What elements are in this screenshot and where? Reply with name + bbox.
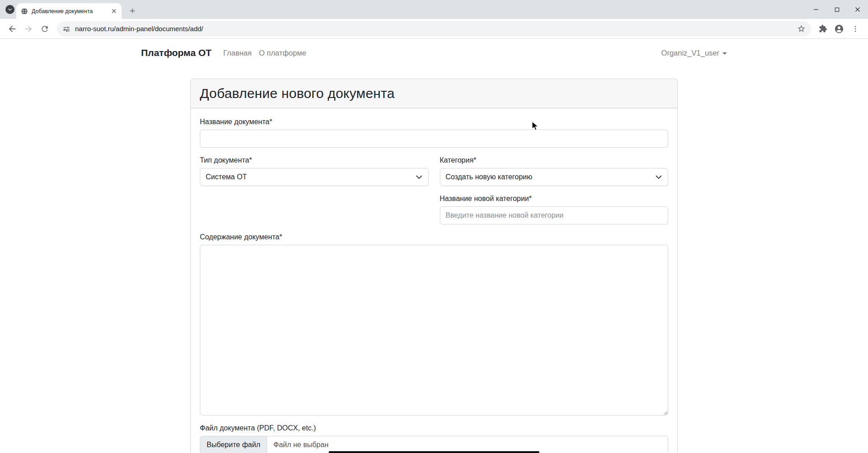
user-menu-dropdown[interactable]: Organiz_V1_user bbox=[661, 49, 727, 57]
browser-toolbar: narro-suot.ru/admin-panel/documents/add/ bbox=[0, 19, 868, 39]
file-status-text: Файл не выбран bbox=[267, 441, 329, 449]
tab-close-icon[interactable]: ✕ bbox=[110, 7, 118, 15]
brand-link[interactable]: Платформа ОТ bbox=[141, 47, 212, 58]
forward-button[interactable] bbox=[21, 21, 36, 37]
file-label: Файл документа (PDF, DOCX, etc.) bbox=[200, 424, 668, 432]
user-menu-label: Organiz_V1_user bbox=[661, 49, 719, 57]
web-page: Платформа ОТ Главная О платформе Organiz… bbox=[0, 39, 868, 453]
window-controls bbox=[806, 0, 868, 19]
back-button[interactable] bbox=[5, 21, 20, 37]
site-info-icon[interactable] bbox=[62, 25, 71, 33]
content-group: Содержание документа* bbox=[200, 233, 668, 416]
puzzle-icon bbox=[819, 24, 827, 33]
new-category-group: Название новой категории* bbox=[440, 194, 669, 224]
plus-icon bbox=[129, 7, 136, 14]
document-name-label: Название документа* bbox=[200, 117, 668, 126]
nav-link-home[interactable]: Главная bbox=[220, 49, 255, 57]
chevron-down-icon bbox=[415, 173, 423, 181]
main-container: Добавление нового документа Название док… bbox=[190, 79, 678, 453]
profile-button[interactable] bbox=[831, 21, 847, 37]
back-arrow-icon bbox=[7, 24, 17, 34]
avatar-icon bbox=[834, 24, 844, 34]
chevron-down-icon bbox=[8, 7, 12, 12]
category-column: Категория* Создать новую категорию Назва… bbox=[440, 156, 669, 224]
category-select[interactable]: Создать новую категорию bbox=[440, 168, 669, 186]
file-group: Файл документа (PDF, DOCX, etc.) Выберит… bbox=[200, 424, 668, 453]
url-text: narro-suot.ru/admin-panel/documents/add/ bbox=[75, 25, 797, 33]
forward-arrow-icon bbox=[24, 24, 33, 34]
page-title: Добавление нового документа bbox=[200, 86, 668, 101]
form-card: Добавление нового документа Название док… bbox=[190, 79, 678, 453]
header-nav: Главная О платформе bbox=[220, 49, 310, 57]
document-name-group: Название документа* bbox=[200, 117, 668, 148]
document-type-value: Система ОТ bbox=[206, 173, 247, 181]
maximize-button[interactable] bbox=[826, 0, 847, 19]
menu-button[interactable] bbox=[847, 21, 863, 37]
chevron-down-icon bbox=[655, 173, 662, 181]
dropdown-caret-icon bbox=[722, 52, 727, 55]
card-body: Название документа* Тип документа* Систе… bbox=[191, 108, 677, 453]
type-category-row: Тип документа* Система ОТ Категория* Соз… bbox=[200, 156, 668, 224]
bookmark-star-icon[interactable] bbox=[797, 24, 806, 33]
new-tab-button[interactable] bbox=[126, 5, 139, 17]
reload-icon bbox=[40, 24, 49, 33]
close-icon bbox=[855, 7, 860, 12]
tab-strip: Добавление документа ✕ bbox=[0, 0, 868, 19]
tab-title: Добавление документа bbox=[32, 8, 110, 14]
extensions-button[interactable] bbox=[815, 21, 831, 37]
close-window-button[interactable] bbox=[847, 0, 868, 19]
card-header: Добавление нового документа bbox=[191, 79, 677, 108]
nav-link-about[interactable]: О платформе bbox=[255, 49, 310, 57]
file-input[interactable]: Выберите файл Файл не выбран bbox=[200, 436, 668, 453]
category-label: Категория* bbox=[440, 156, 669, 164]
maximize-icon bbox=[835, 7, 840, 12]
document-content-textarea[interactable] bbox=[200, 245, 668, 416]
category-value: Создать новую категорию bbox=[446, 173, 533, 181]
address-bar[interactable]: narro-suot.ru/admin-panel/documents/add/ bbox=[57, 21, 811, 37]
tab-search-icon[interactable] bbox=[5, 5, 14, 14]
content-label: Содержание документа* bbox=[200, 233, 668, 241]
new-category-input[interactable] bbox=[440, 206, 669, 224]
reload-button[interactable] bbox=[37, 21, 52, 37]
type-column: Тип документа* Система ОТ bbox=[200, 156, 429, 224]
site-header: Платформа ОТ Главная О платформе Organiz… bbox=[0, 39, 868, 67]
document-type-label: Тип документа* bbox=[200, 156, 429, 164]
site-favicon-icon bbox=[21, 8, 28, 15]
bottom-edge-bar bbox=[329, 451, 539, 453]
choose-file-button[interactable]: Выберите файл bbox=[200, 436, 267, 453]
browser-window: Добавление документа ✕ bbox=[0, 0, 868, 453]
minimize-button[interactable] bbox=[806, 0, 826, 19]
header-inner: Платформа ОТ Главная О платформе Organiz… bbox=[136, 47, 732, 58]
document-name-input[interactable] bbox=[200, 130, 668, 148]
minimize-icon bbox=[813, 7, 819, 12]
new-category-label: Название новой категории* bbox=[440, 194, 669, 203]
kebab-menu-icon bbox=[851, 25, 859, 33]
document-type-select[interactable]: Система ОТ bbox=[200, 168, 429, 186]
browser-tab[interactable]: Добавление документа ✕ bbox=[16, 3, 122, 19]
